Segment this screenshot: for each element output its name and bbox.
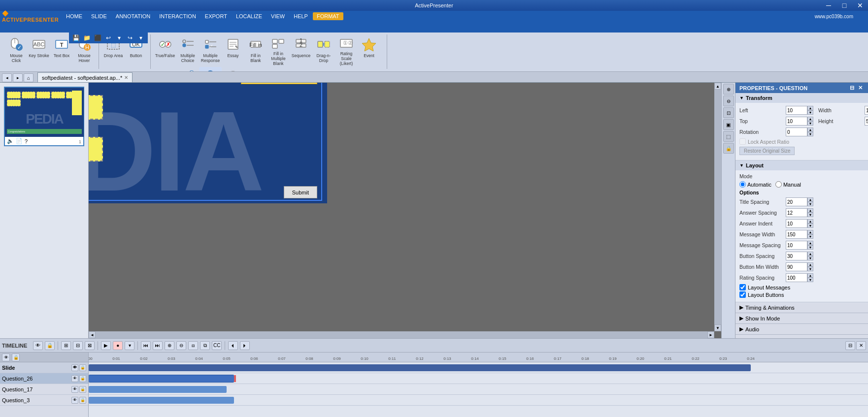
tl-add-button[interactable]: ⊕: [165, 341, 174, 350]
tab-next-button[interactable]: ▸: [13, 73, 23, 82]
close-button[interactable]: ✕: [852, 0, 868, 11]
drag-n-drop-tool[interactable]: Drag-n-Drop: [312, 34, 335, 67]
rotation-down[interactable]: ▼: [807, 132, 813, 136]
button-spacing-input[interactable]: [786, 252, 807, 260]
fill-blank-tool[interactable]: Fill in Fill in Blank: [244, 34, 267, 67]
save2-button[interactable]: ⬛: [93, 33, 102, 42]
mw-up[interactable]: ▲: [807, 230, 813, 234]
rating-scale-tool[interactable]: ①②③④ Rating Scale (Likert): [335, 34, 358, 67]
tl-split-button[interactable]: ⊞: [61, 341, 71, 350]
submit-button[interactable]: Submit: [284, 186, 317, 198]
event-tool[interactable]: Event: [358, 34, 380, 67]
rs-down[interactable]: ▼: [807, 278, 813, 282]
top-down[interactable]: ▼: [807, 121, 813, 126]
question-answer-tool[interactable]: ?✓ Question Answer: [199, 67, 222, 72]
tl-eye-button[interactable]: 👁: [33, 341, 43, 350]
tl-eye-all[interactable]: 👁: [2, 353, 10, 361]
sequence-tool[interactable]: 12 Sequence: [290, 34, 312, 67]
left-up[interactable]: ▲: [807, 106, 813, 110]
tl-lock-all[interactable]: 🔒: [12, 353, 20, 361]
lock-button[interactable]: 🔒: [723, 143, 734, 154]
rotation-up[interactable]: ▲: [807, 128, 813, 132]
key-stroke-tool[interactable]: ABC Key Stroke: [28, 34, 50, 67]
menu-format[interactable]: FORMAT: [313, 12, 343, 20]
open-button[interactable]: 📁: [82, 33, 92, 42]
tl-fit-button[interactable]: ⊠: [85, 341, 95, 350]
canvas-scroll-v[interactable]: ▲ ▼: [714, 83, 721, 331]
left-input[interactable]: [786, 106, 807, 115]
question-object-tool[interactable]: ? Question Object: [222, 67, 244, 72]
redo-dropdown[interactable]: ▾: [136, 33, 146, 42]
tl-fwd-button[interactable]: ⏵: [240, 341, 250, 350]
rs-up[interactable]: ▲: [807, 273, 813, 278]
top-up[interactable]: ▲: [807, 117, 813, 121]
left-down[interactable]: ▼: [807, 110, 813, 115]
slide-thumbnail-1[interactable]: PEDIA Congratulations 🔈 📄 ? 1: [4, 87, 84, 146]
pin-close-button[interactable]: ✕: [857, 85, 864, 91]
bmw-up[interactable]: ▲: [807, 262, 813, 267]
menu-help[interactable]: HELP: [290, 12, 312, 20]
drop-target-3[interactable]: Drop Target: [89, 95, 103, 120]
tl-show-button[interactable]: ⊟: [73, 341, 83, 350]
scroll-down-button[interactable]: ▼: [714, 324, 721, 331]
tl-slide-bar[interactable]: [89, 364, 751, 371]
scroll-up-button[interactable]: ▲: [714, 83, 721, 90]
ts-down[interactable]: ▼: [807, 202, 813, 206]
answer-indent-input[interactable]: [786, 219, 807, 228]
bmw-down[interactable]: ▼: [807, 267, 813, 271]
crop-button[interactable]: ⬚: [723, 131, 734, 142]
tl-track-q3[interactable]: Question_3 👁 🔒: [0, 395, 88, 406]
tl-record-button[interactable]: ●: [113, 341, 123, 350]
message-tool[interactable]: Message: [154, 67, 176, 72]
scroll-right-button[interactable]: ►: [707, 331, 714, 338]
tab-home-button[interactable]: ⌂: [24, 73, 33, 82]
fit-button[interactable]: ⊡: [723, 107, 734, 118]
tl-q3-bar[interactable]: [89, 397, 234, 404]
menu-interaction[interactable]: INTERACTION: [155, 12, 200, 20]
show-in-mode-section[interactable]: ▶ Show In Mode: [735, 313, 868, 324]
ai-down[interactable]: ▼: [807, 224, 813, 228]
tl-back-button[interactable]: ⏴: [228, 341, 238, 350]
tl-q17-bar[interactable]: [89, 386, 227, 393]
automatic-option[interactable]: Automatic: [739, 181, 771, 188]
ms-up[interactable]: ▲: [807, 241, 813, 245]
restore-size-button[interactable]: Restore Original Size: [739, 147, 795, 155]
true-false-tool[interactable]: ✓✗ True/False: [154, 34, 176, 67]
mouse-click-tool[interactable]: ✓ Mouse Click: [5, 34, 28, 67]
question-button-tool[interactable]: OK? Question Button: [176, 67, 199, 72]
rotation-input[interactable]: [786, 128, 807, 136]
track-q3-eye[interactable]: 👁: [71, 397, 78, 404]
tl-track-q26[interactable]: Question_26 👁 🔒: [0, 373, 88, 384]
file-tab[interactable]: softpediatest - softpediatest.ap...* ✕: [37, 72, 133, 82]
as-up[interactable]: ▲: [807, 208, 813, 213]
track-slide-lock[interactable]: 🔒: [79, 364, 86, 371]
tl-record-dropdown[interactable]: ▾: [125, 341, 134, 350]
bs-down[interactable]: ▼: [807, 256, 813, 260]
fill-multiple-tool[interactable]: Fill in Multiple Blank: [267, 34, 290, 67]
undo-button[interactable]: ↩: [103, 33, 113, 42]
menu-home[interactable]: HOME: [62, 12, 86, 20]
view-button[interactable]: ▣: [723, 119, 734, 130]
timing-animations-section[interactable]: ▶ Timing & Animations: [735, 302, 868, 313]
undo-dropdown[interactable]: ▾: [114, 33, 124, 42]
ts-up[interactable]: ▲: [807, 197, 813, 202]
tab-prev-button[interactable]: ◂: [2, 73, 12, 82]
title-spacing-input[interactable]: [786, 197, 807, 206]
mw-down[interactable]: ▼: [807, 234, 813, 239]
layout-buttons-checkbox[interactable]: [739, 291, 746, 298]
tl-lock-button[interactable]: 🔒: [45, 341, 55, 350]
button-min-width-input[interactable]: [786, 262, 807, 271]
tl-close-button[interactable]: ✕: [856, 341, 866, 350]
manual-radio[interactable]: [775, 181, 782, 188]
rating-spacing-input[interactable]: [786, 273, 807, 282]
multiple-choice-tool[interactable]: Multiple Choice: [176, 34, 199, 67]
track-q17-eye[interactable]: 👁: [71, 386, 78, 393]
zoom-out-button[interactable]: ⊖: [723, 96, 734, 106]
maximize-button[interactable]: □: [836, 0, 852, 11]
canvas-scroll-h[interactable]: ◄ ►: [89, 331, 714, 338]
tl-next-button[interactable]: ⏭: [153, 341, 163, 350]
file-tab-close[interactable]: ✕: [124, 75, 128, 80]
timeline-ruler[interactable]: 0:00 0:01 0:02 0:03 0:04 0:05 0:06 0:07 …: [89, 353, 868, 417]
ai-up[interactable]: ▲: [807, 219, 813, 224]
track-q17-lock[interactable]: 🔒: [79, 386, 86, 393]
